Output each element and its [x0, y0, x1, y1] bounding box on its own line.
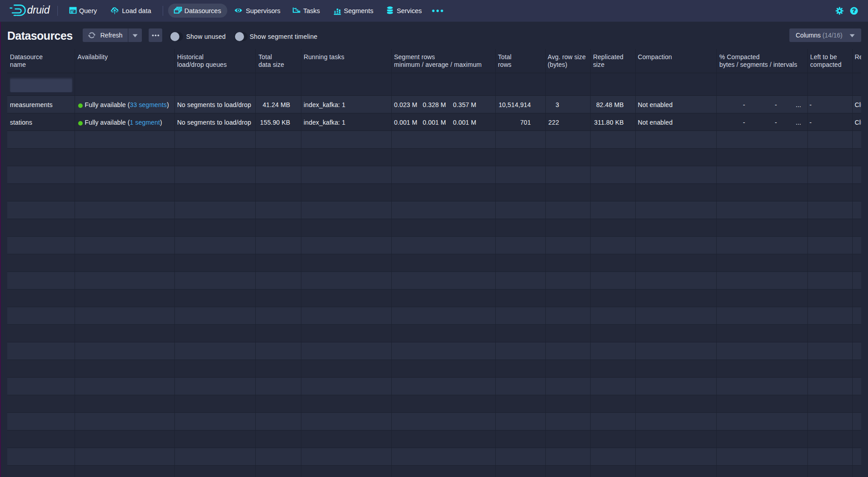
svg-text:?: ?	[852, 8, 856, 14]
